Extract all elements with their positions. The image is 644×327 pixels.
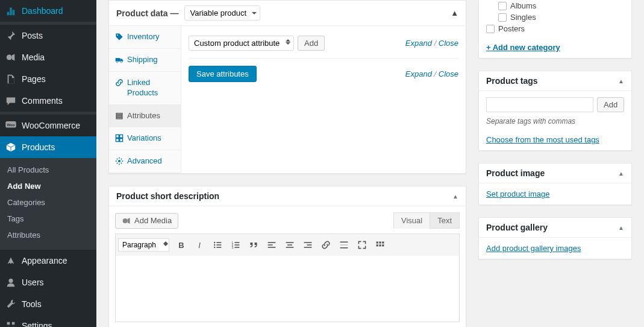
attributes-icon [115, 112, 123, 120]
svg-rect-10 [116, 58, 120, 62]
expand-link[interactable]: Expand [405, 39, 432, 48]
svg-rect-46 [377, 242, 378, 244]
close-link[interactable]: Close [439, 39, 458, 48]
svg-rect-41 [307, 244, 311, 246]
blockquote-button[interactable] [245, 237, 262, 253]
category-checkbox[interactable] [498, 2, 507, 10]
toggle-icon[interactable]: ▲ [452, 193, 458, 200]
format-select[interactable]: Paragraph [118, 238, 169, 252]
tab-attributes[interactable]: Attributes [109, 105, 181, 128]
sidebar-item-posts[interactable]: Posts [0, 25, 96, 46]
pin-icon [5, 30, 17, 42]
tab-shipping[interactable]: Shipping [109, 49, 181, 72]
svg-rect-39 [286, 247, 294, 248]
expand-link[interactable]: Expand [405, 69, 432, 78]
link-button[interactable] [317, 237, 334, 253]
short-description-panel: Product short description ▲ Add Media Vi… [108, 186, 466, 327]
bold-button[interactable]: B [173, 237, 190, 253]
sidebar-item-settings[interactable]: Settings [0, 315, 96, 327]
sidebar-item-products[interactable]: Products [0, 136, 96, 158]
tab-inventory[interactable]: Inventory [109, 26, 181, 49]
product-data-panel: Product data — Variable product ▲ Invent… [108, 0, 466, 174]
tab-variations[interactable]: Variations [109, 127, 181, 150]
svg-point-21 [123, 218, 128, 223]
toggle-icon[interactable]: ▲ [618, 170, 624, 177]
svg-point-9 [117, 34, 118, 36]
inventory-icon [115, 33, 123, 41]
product-tags-panel: Product tags ▲ Add Separate tags with co… [478, 71, 632, 151]
sidebar-item-pages[interactable]: Pages [0, 68, 96, 90]
category-item: Singles [486, 11, 624, 23]
panel-title: Product short description [116, 191, 219, 201]
category-checkbox[interactable] [498, 13, 507, 22]
sidebar-item-woocommerce[interactable]: Woo WooCommerce [0, 115, 96, 136]
choose-tags-link[interactable]: Choose from the most used tags [486, 135, 599, 144]
add-new-category-link[interactable]: + Add new category [486, 43, 560, 52]
sidebar-item-tools[interactable]: Tools [0, 293, 96, 315]
number-list-button[interactable]: 123 [227, 237, 244, 253]
category-checkbox[interactable] [486, 25, 495, 33]
editor-tab-visual[interactable]: Visual [393, 212, 430, 229]
svg-rect-13 [116, 113, 122, 114]
align-center-button[interactable] [281, 237, 298, 253]
tab-label: Variations [127, 133, 161, 144]
sidebar-item-label: WooCommerce [22, 121, 80, 130]
attribute-select[interactable]: Custom product attribute [189, 36, 294, 51]
product-type-select[interactable]: Variable product [184, 5, 260, 21]
sidebar-sub-tags[interactable]: Tags [0, 211, 96, 227]
sidebar-item-media[interactable]: Media [0, 46, 96, 68]
svg-rect-48 [382, 242, 384, 244]
svg-rect-5 [12, 322, 15, 325]
italic-button[interactable]: I [191, 237, 208, 253]
sidebar-item-label: Products [22, 142, 55, 152]
sidebar-item-comments[interactable]: Comments [0, 90, 96, 112]
sidebar-item-label: Dashboard [22, 6, 63, 16]
add-media-button[interactable]: Add Media [115, 213, 178, 229]
sidebar-sub-all-products[interactable]: All Products [0, 162, 96, 178]
toggle-icon[interactable]: ▲ [451, 8, 458, 17]
bullet-list-button[interactable] [209, 237, 226, 253]
tag-hint: Separate tags with commas [486, 112, 624, 125]
category-item: Albums [486, 0, 624, 11]
tab-linked-products[interactable]: Linked Products [109, 72, 181, 105]
toggle-icon[interactable]: ▲ [618, 224, 624, 231]
add-tag-button[interactable]: Add [597, 97, 624, 112]
close-link[interactable]: Close [439, 69, 458, 78]
set-product-image-link[interactable]: Set product image [486, 189, 550, 198]
sidebar-item-label: Pages [22, 74, 46, 84]
svg-rect-15 [116, 117, 122, 118]
sidebar-sub-add-new[interactable]: Add New [0, 178, 96, 194]
svg-rect-36 [268, 247, 276, 248]
advanced-icon [115, 157, 123, 165]
svg-rect-42 [304, 247, 312, 248]
toolbar-toggle-button[interactable] [372, 237, 389, 253]
svg-rect-34 [268, 242, 276, 243]
save-attributes-button[interactable]: Save attributes [189, 66, 257, 82]
editor-tab-text[interactable]: Text [430, 212, 460, 229]
sidebar-item-dashboard[interactable]: Dashboard [0, 0, 96, 22]
svg-point-24 [214, 244, 215, 246]
add-gallery-images-link[interactable]: Add product gallery images [486, 244, 581, 253]
editor-content[interactable] [115, 256, 460, 322]
sidebar-sub-attributes[interactable]: Attributes [0, 227, 96, 243]
tab-advanced[interactable]: Advanced [109, 150, 181, 173]
toggle-icon[interactable]: ▲ [618, 78, 624, 84]
svg-rect-19 [120, 139, 123, 142]
svg-text:Woo: Woo [7, 122, 14, 127]
align-right-button[interactable] [299, 237, 316, 253]
fullscreen-button[interactable] [354, 237, 370, 253]
appearance-icon [5, 255, 17, 267]
sidebar-item-users[interactable]: Users [0, 271, 96, 293]
svg-rect-14 [116, 115, 122, 116]
sidebar-item-label: Comments [22, 96, 63, 106]
tab-label: Advanced [127, 156, 162, 167]
svg-point-11 [116, 61, 118, 63]
sidebar-item-appearance[interactable]: Appearance [0, 250, 96, 271]
align-left-button[interactable] [263, 237, 280, 253]
media-icon [122, 216, 131, 226]
product-gallery-panel: Product gallery ▲ Add product gallery im… [478, 217, 632, 259]
readmore-button[interactable] [336, 237, 352, 253]
add-attribute-button[interactable]: Add [298, 36, 325, 51]
sidebar-sub-categories[interactable]: Categories [0, 194, 96, 211]
tag-input[interactable] [486, 97, 593, 112]
